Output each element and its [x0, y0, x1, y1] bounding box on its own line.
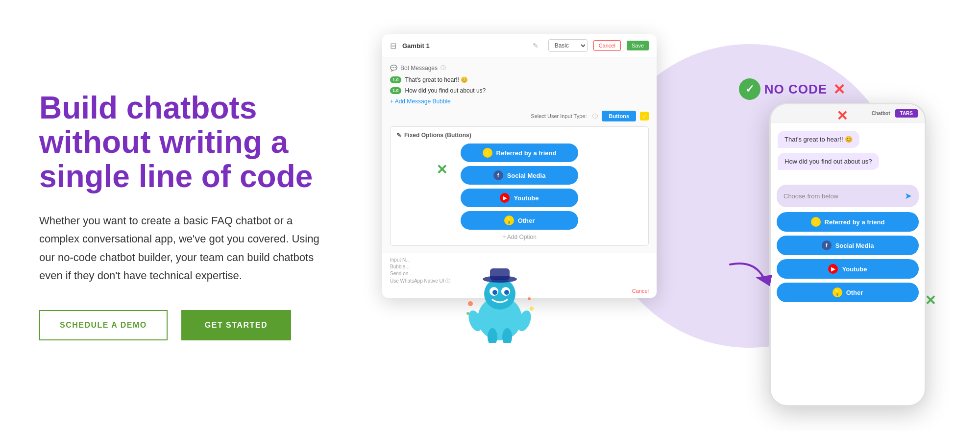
no-code-badge: ✓ NO CODE ✕: [739, 78, 845, 100]
svg-point-4: [492, 290, 497, 295]
option-row-other: 💡 Other: [396, 211, 642, 230]
phone-messages: That's great to hear!! 😊 How did you fin…: [771, 123, 925, 180]
panel-title: Gambit 1: [402, 42, 527, 49]
option-row-friend: ⭐ Referred by a friend: [396, 144, 642, 162]
tab-chatbot[interactable]: Chatbot: [867, 109, 895, 118]
no-code-check-icon: ✓: [739, 78, 760, 100]
option-label-social: Social Media: [507, 172, 546, 179]
right-section: ✕ ✕ ✕ ⊟ Gambit 1 ✎ Basic Cancel Save 💬 B…: [372, 20, 941, 411]
add-option-button[interactable]: + Add Option: [396, 234, 642, 240]
arrow-svg: [725, 255, 774, 294]
panel-body: 💬 Bot Messages ⓘ 1.0 That's great to hea…: [382, 57, 657, 253]
get-started-button[interactable]: GET STARTED: [181, 310, 291, 340]
svg-point-13: [466, 312, 469, 315]
option-btn-friend[interactable]: ⭐ Referred by a friend: [461, 144, 578, 162]
tab-tars[interactable]: TARS: [895, 109, 918, 118]
left-section: Build chatbots without writing a single …: [39, 91, 372, 341]
message-row-2: 1.0 How did you find out about us?: [390, 87, 649, 94]
panel-header: ⊟ Gambit 1 ✎ Basic Cancel Save: [382, 34, 657, 57]
message-text-1: That's great to hear!! 😊: [405, 76, 468, 83]
buttons-type-button[interactable]: Buttons: [602, 111, 636, 121]
input-type-label: Select User Input Type:: [531, 113, 587, 119]
phone-option-label-social: Social Media: [835, 242, 874, 249]
phone-option-social[interactable]: f Social Media: [777, 236, 919, 255]
facebook-icon: f: [493, 170, 503, 180]
message-text-2: How did you find out about us?: [405, 87, 486, 94]
bot-messages-label: 💬 Bot Messages ⓘ: [390, 64, 649, 72]
x-mark-bottom-right: ✕: [925, 292, 936, 309]
svg-point-1: [484, 278, 515, 310]
panel-cancel-button[interactable]: Cancel: [593, 40, 621, 51]
option-label-youtube: Youtube: [514, 194, 539, 202]
fixed-options-section: ✎ Fixed Options (Buttons) ⭐ Referred by …: [390, 126, 649, 246]
x-mark-left: ✕: [436, 162, 447, 178]
page-description: Whether you want to create a basic FAQ c…: [39, 212, 323, 285]
phone-input-placeholder: Choose from below: [784, 192, 838, 200]
footer-cancel[interactable]: Cancel: [632, 288, 649, 294]
message-row-1: 1.0 That's great to hear!! 😊: [390, 76, 649, 83]
other-icon: 💡: [504, 216, 514, 225]
option-row-social: f Social Media: [396, 166, 642, 185]
option-btn-social[interactable]: f Social Media: [461, 166, 578, 185]
x-mark-top-right: ✕: [836, 108, 848, 124]
phone-option-label-youtube: Youtube: [842, 265, 867, 273]
svg-point-12: [468, 301, 473, 306]
demo-button[interactable]: SCHEDULE A DEMO: [39, 310, 168, 340]
phone-option-friend[interactable]: ⭐ Referred by a friend: [777, 212, 919, 232]
panel-dropdown[interactable]: Basic: [548, 39, 588, 52]
send-icon: ➤: [905, 191, 912, 201]
svg-point-5: [504, 290, 509, 295]
phone-friend-icon: ⭐: [811, 217, 821, 227]
phone-header: Chatbot TARS: [771, 104, 925, 123]
phone-option-label-other: Other: [846, 289, 863, 296]
add-bubble-button[interactable]: + Add Message Bubble: [390, 98, 649, 105]
desktop-panel: ⊟ Gambit 1 ✎ Basic Cancel Save 💬 Bot Mes…: [382, 34, 657, 298]
option-btn-other[interactable]: 💡 Other: [461, 211, 578, 230]
no-code-x: ✕: [833, 81, 845, 98]
version-badge-2: 1.0: [390, 87, 401, 94]
phone-options: ⭐ Referred by a friend f Social Media ▶ …: [771, 212, 925, 312]
phone-msg-1: That's great to hear!! 😊: [778, 131, 859, 148]
phone-input-area[interactable]: Choose from below ➤: [777, 185, 919, 207]
phone-other-icon: 💡: [833, 287, 842, 297]
option-row-youtube: ▶ Youtube: [396, 189, 642, 207]
robot-mascot: [461, 264, 539, 343]
option-label-friend: Referred by a friend: [496, 149, 557, 157]
svg-rect-7: [490, 268, 510, 280]
svg-point-15: [528, 297, 531, 300]
cta-buttons: SCHEDULE A DEMO GET STARTED: [39, 310, 343, 340]
phone-option-youtube[interactable]: ▶ Youtube: [777, 259, 919, 279]
svg-point-14: [530, 307, 534, 311]
youtube-icon: ▶: [500, 193, 510, 203]
phone-option-label-friend: Referred by a friend: [825, 218, 885, 226]
friend-icon: ⭐: [483, 148, 492, 158]
input-type-row: Select User Input Type: ⓘ Buttons ✓: [390, 111, 649, 121]
fixed-options-title: ✎ Fixed Options (Buttons): [396, 132, 642, 139]
page-headline: Build chatbots without writing a single …: [39, 91, 343, 194]
phone-msg-2: How did you find out about us?: [778, 153, 879, 170]
version-badge-1: 1.0: [390, 76, 401, 83]
option-btn-youtube[interactable]: ▶ Youtube: [461, 189, 578, 207]
option-label-other: Other: [518, 217, 535, 224]
phone-yt-icon: ▶: [828, 264, 838, 274]
no-code-text: NO CODE: [764, 82, 827, 97]
phone-option-other[interactable]: 💡 Other: [777, 283, 919, 302]
panel-save-button[interactable]: Save: [627, 41, 649, 50]
phone-fb-icon: f: [822, 240, 832, 250]
mobile-phone: Chatbot TARS That's great to hear!! 😊 Ho…: [769, 103, 926, 407]
